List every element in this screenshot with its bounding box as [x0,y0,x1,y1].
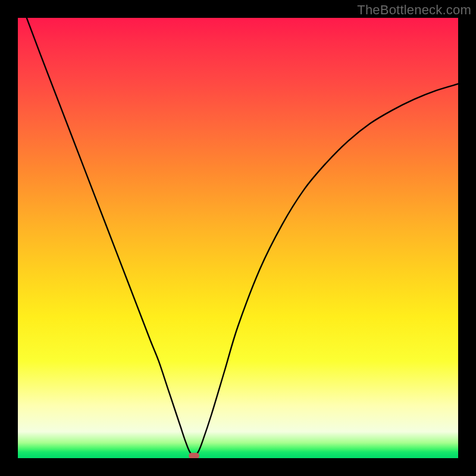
chart-frame: TheBottleneck.com [0,0,476,476]
minimum-marker [189,453,199,458]
watermark-text: TheBottleneck.com [357,2,471,18]
bottleneck-curve [27,18,458,456]
plot-area [18,18,458,458]
curve-svg [18,18,458,458]
